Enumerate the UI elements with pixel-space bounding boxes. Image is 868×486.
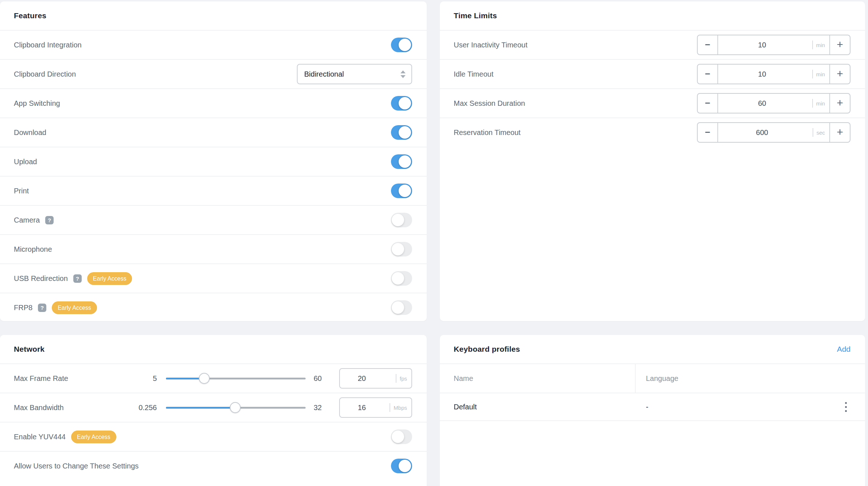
stepper-value-field[interactable]: 600 sec: [718, 123, 829, 142]
toggle-knob: [392, 431, 404, 443]
input-value: 20: [358, 374, 366, 383]
microphone-label: Microphone: [14, 245, 52, 254]
input-unit: Mbps: [390, 403, 407, 412]
max-frame-rate-slider[interactable]: [166, 378, 306, 379]
toggle-knob: [399, 126, 411, 139]
network-header: Network: [0, 335, 427, 363]
toggle-knob: [399, 155, 411, 168]
increment-button[interactable]: +: [829, 65, 850, 84]
stepper-unit: min: [812, 70, 825, 78]
features-card: Features Clipboard Integration Clipboard…: [0, 1, 427, 321]
clipboard-integration-toggle[interactable]: [391, 38, 412, 52]
slider-min-label: 0.256: [109, 404, 157, 412]
clipboard-direction-select[interactable]: Bidirectional: [297, 64, 412, 84]
microphone-toggle[interactable]: [391, 242, 412, 256]
user-inactivity-timeout-stepper: − 10 min +: [697, 35, 850, 55]
enable-yuv444-toggle[interactable]: [391, 429, 412, 444]
toggle-knob: [392, 243, 404, 255]
early-access-badge: Early Access: [71, 431, 116, 443]
app-switching-label: App Switching: [14, 99, 60, 108]
stepper-value-field[interactable]: 10 min: [718, 65, 829, 84]
keyboard-profiles-title: Keyboard profiles: [454, 345, 520, 354]
time-limit-row-user-inactivity: User Inactivity Timeout − 10 min +: [440, 30, 865, 59]
enable-yuv444-label: Enable YUV444: [14, 433, 66, 441]
stepper-unit: sec: [813, 128, 825, 137]
slider-max-label: 32: [314, 404, 339, 412]
max-bandwidth-input[interactable]: 16 Mbps: [339, 397, 412, 418]
keyboard-profile-row[interactable]: Default -: [440, 393, 865, 421]
stepper-value-field[interactable]: 60 min: [718, 94, 829, 113]
reservation-timeout-label: Reservation Timeout: [454, 128, 520, 137]
upload-toggle[interactable]: [391, 154, 412, 169]
stepper-value-field[interactable]: 10 min: [718, 35, 829, 54]
slider-handle[interactable]: [199, 373, 210, 384]
keyboard-profiles-header: Keyboard profiles Add: [440, 335, 865, 363]
profile-name-cell: Default: [440, 403, 636, 411]
reservation-timeout-stepper: − 600 sec +: [697, 122, 850, 143]
usb-redirection-label: USB Redirection: [14, 274, 68, 283]
idle-timeout-stepper: − 10 min +: [697, 64, 850, 84]
stepper-value: 600: [756, 128, 768, 137]
toggle-knob: [399, 39, 411, 51]
idle-timeout-label: Idle Timeout: [454, 70, 493, 78]
time-limit-row-reservation-timeout: Reservation Timeout − 600 sec +: [440, 117, 865, 147]
early-access-badge: Early Access: [87, 272, 132, 285]
slider-max-label: 60: [314, 374, 339, 383]
add-profile-button[interactable]: Add: [837, 345, 850, 354]
decrement-button[interactable]: −: [698, 65, 718, 84]
print-label: Print: [14, 187, 29, 195]
usb-redirection-toggle[interactable]: [391, 271, 412, 286]
feature-row-clipboard-direction: Clipboard Direction Bidirectional: [0, 59, 427, 88]
time-limits-header: Time Limits: [440, 1, 865, 30]
help-icon[interactable]: ?: [45, 216, 54, 224]
feature-row-upload: Upload: [0, 147, 427, 176]
download-toggle[interactable]: [391, 125, 412, 140]
frp8-toggle[interactable]: [391, 300, 412, 315]
print-toggle[interactable]: [391, 184, 412, 198]
toggle-knob: [392, 214, 404, 226]
profile-language-cell: -: [636, 403, 843, 411]
toggle-knob: [392, 301, 404, 314]
features-header: Features: [0, 1, 427, 30]
network-card: Network Max Frame Rate 5 60 20 fps Max B…: [0, 335, 427, 486]
decrement-button[interactable]: −: [698, 94, 718, 113]
max-frame-rate-input[interactable]: 20 fps: [339, 368, 412, 389]
slider-handle[interactable]: [230, 402, 241, 413]
keyboard-profiles-card: Keyboard profiles Add Name Language Defa…: [440, 335, 865, 486]
max-session-duration-label: Max Session Duration: [454, 99, 525, 108]
stepper-value: 60: [758, 99, 766, 108]
column-header-language: Language: [636, 364, 865, 393]
max-bandwidth-slider[interactable]: [166, 407, 306, 409]
time-limit-row-idle-timeout: Idle Timeout − 10 min +: [440, 59, 865, 88]
decrement-button[interactable]: −: [698, 123, 718, 142]
settings-page: Features Clipboard Integration Clipboard…: [0, 0, 868, 486]
slider-fill: [166, 407, 235, 409]
input-value: 16: [358, 404, 366, 412]
network-title: Network: [14, 345, 44, 354]
network-row-max-frame-rate: Max Frame Rate 5 60 20 fps: [0, 363, 427, 393]
feature-row-app-switching: App Switching: [0, 88, 427, 117]
time-limits-card: Time Limits User Inactivity Timeout − 10…: [440, 1, 865, 321]
camera-toggle[interactable]: [391, 213, 412, 227]
increment-button[interactable]: +: [829, 123, 850, 142]
network-row-allow-users-change: Allow Users to Change These Settings: [0, 451, 427, 480]
increment-button[interactable]: +: [829, 94, 850, 113]
allow-users-change-label: Allow Users to Change These Settings: [14, 462, 139, 470]
allow-users-change-toggle[interactable]: [391, 459, 412, 473]
toggle-knob: [399, 460, 411, 472]
stepper-unit: min: [812, 40, 825, 49]
user-inactivity-timeout-label: User Inactivity Timeout: [454, 41, 527, 49]
app-switching-toggle[interactable]: [391, 96, 412, 111]
stepper-unit: min: [812, 99, 825, 108]
early-access-badge: Early Access: [52, 301, 97, 314]
kebab-menu-icon[interactable]: [843, 400, 849, 414]
help-icon[interactable]: ?: [38, 304, 46, 312]
increment-button[interactable]: +: [829, 35, 850, 54]
network-row-max-bandwidth: Max Bandwidth 0.256 32 16 Mbps: [0, 393, 427, 422]
decrement-button[interactable]: −: [698, 35, 718, 54]
network-row-enable-yuv444: Enable YUV444 Early Access: [0, 422, 427, 451]
download-label: Download: [14, 128, 46, 137]
feature-row-frp8: FRP8 ? Early Access: [0, 293, 427, 321]
help-icon[interactable]: ?: [73, 274, 82, 283]
stepper-value: 10: [758, 70, 766, 78]
